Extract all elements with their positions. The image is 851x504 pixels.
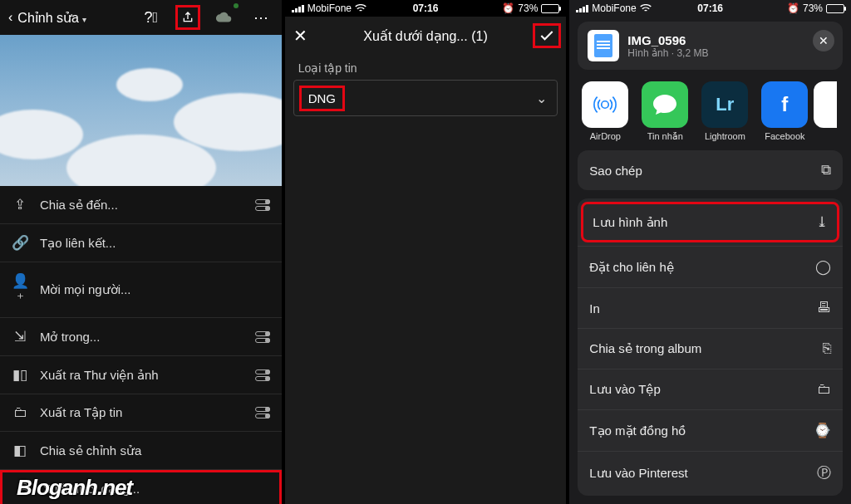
folder-icon: 🗀 xyxy=(12,404,28,421)
action-watch-face[interactable]: Tạo mặt đồng hồ⌚ xyxy=(578,409,843,451)
menu-export-files[interactable]: 🗀Xuất ra Tập tin xyxy=(0,394,282,432)
person-add-icon: 👤⁺ xyxy=(12,272,28,307)
share-icon[interactable] xyxy=(175,5,200,30)
airdrop-icon xyxy=(582,81,628,128)
menu-share-to[interactable]: ⇪Chia sẻ đến... xyxy=(0,186,282,224)
help-icon[interactable]: ?⃝ xyxy=(139,5,164,30)
share-app-row[interactable]: AirDrop Tin nhắn Lr Lightroom f Facebook xyxy=(569,78,851,150)
action-label: Lưu vào Pinterest xyxy=(589,466,687,481)
menu-item-label: Chia sẻ đến... xyxy=(40,198,118,213)
header-actions: ?⃝ ⋯ xyxy=(139,5,273,30)
action-assign-contact[interactable]: Đặt cho liên hệ◯ xyxy=(578,246,843,287)
status-time: 07:16 xyxy=(285,2,567,14)
app-label: Lightroom xyxy=(705,131,745,141)
menu-open-in[interactable]: ⇲Mở trong... xyxy=(0,318,282,356)
toggle-pair-icon xyxy=(255,331,270,343)
filetype-value: DNG xyxy=(299,86,345,111)
panel-export-as: MobiFone 07:16 ⏰73% ✕ Xuất dưới dạng... … xyxy=(285,0,567,504)
gallery-icon: ▮▯ xyxy=(12,366,28,384)
app-lightroom[interactable]: Lr Lightroom xyxy=(697,81,752,142)
svg-point-0 xyxy=(602,101,609,109)
toggle-pair-icon xyxy=(255,199,270,211)
file-thumb-icon xyxy=(588,30,619,61)
action-share-album[interactable]: Chia sẻ trong album⎘ xyxy=(578,328,843,369)
app-icon-partial xyxy=(814,81,837,128)
cloud-sync-icon[interactable] xyxy=(212,5,237,30)
pinterest-icon: Ⓟ xyxy=(817,463,831,482)
copy-icon: ⧉ xyxy=(821,162,831,179)
watch-icon: ⌚ xyxy=(814,422,831,439)
menu-export-as[interactable]: ⍇Xuất dưới dạng... xyxy=(0,470,282,504)
menu-item-label: Mở trong... xyxy=(40,330,100,345)
adjust-share-icon: ◧ xyxy=(12,442,28,459)
more-icon[interactable]: ⋯ xyxy=(248,5,273,30)
panel-lightroom-share: ‹ Chỉnh sửa ?⃝ ⋯ ⇪Chia sẻ đến... 🔗Tạo li… xyxy=(0,0,282,504)
download-icon: ⤓ xyxy=(816,213,828,231)
panel-ios-share-sheet: MobiFone 07:16 ⏰73% IMG_0596 Hình ảnh · … xyxy=(569,0,851,504)
album-icon: ⎘ xyxy=(823,340,831,357)
action-label: Sao chép xyxy=(589,164,642,178)
close-button[interactable]: ✕ xyxy=(813,30,834,51)
link-icon: 🔗 xyxy=(12,234,28,252)
export-as-icon: ⍇ xyxy=(14,481,31,497)
export-header: ✕ Xuất dưới dạng... (1) xyxy=(285,17,567,55)
action-group-main[interactable]: Lưu hình ảnh⤓Đặt cho liên hệ◯In🖶Chia sẻ … xyxy=(578,198,843,496)
toggle-pair-icon xyxy=(255,369,270,381)
print-icon: 🖶 xyxy=(817,300,831,316)
status-bar: MobiFone 07:16 ⏰73% xyxy=(285,0,567,17)
menu-share-edits[interactable]: ◧Chia sẻ chỉnh sửa xyxy=(0,432,282,470)
action-print[interactable]: In🖶 xyxy=(578,287,843,328)
lr-header: ‹ Chỉnh sửa ?⃝ ⋯ xyxy=(0,0,282,35)
action-pinterest[interactable]: Lưu vào PinterestⓅ xyxy=(578,451,843,494)
menu-item-label: Chia sẻ chỉnh sửa xyxy=(40,443,141,458)
menu-item-label: Xuất ra Tập tin xyxy=(40,405,122,420)
folder-icon: 🗀 xyxy=(817,381,831,398)
close-button[interactable]: ✕ xyxy=(293,26,307,46)
action-label: Đặt cho liên hệ xyxy=(589,260,673,275)
filetype-select[interactable]: DNG ⌄ xyxy=(293,80,558,116)
menu-item-label: Xuất ra Thư viện ảnh xyxy=(40,368,159,383)
chevron-down-icon: ⌄ xyxy=(536,91,547,106)
app-label: Tin nhắn xyxy=(647,131,683,142)
menu-item-label: Tạo liên kết... xyxy=(40,236,116,251)
menu-create-link[interactable]: 🔗Tạo liên kết... xyxy=(0,224,282,262)
open-in-icon: ⇲ xyxy=(12,328,28,345)
status-time: 07:16 xyxy=(569,2,851,14)
menu-export-gallery[interactable]: ▮▯Xuất ra Thư viện ảnh xyxy=(0,356,282,394)
action-label: In xyxy=(589,301,600,316)
action-save-files[interactable]: Lưu vào Tệp🗀 xyxy=(578,369,843,409)
app-messages[interactable]: Tin nhắn xyxy=(637,81,692,142)
filetype-label: Loại tập tin xyxy=(285,55,567,80)
action-label: Lưu vào Tệp xyxy=(589,382,660,397)
facebook-icon: f xyxy=(761,81,808,128)
app-facebook[interactable]: f Facebook xyxy=(757,81,812,142)
action-label: Tạo mặt đồng hồ xyxy=(589,423,686,438)
messages-icon xyxy=(642,81,688,128)
action-label: Lưu hình ảnh xyxy=(593,215,667,230)
file-name: IMG_0596 xyxy=(627,33,708,47)
back-label: Chỉnh sửa xyxy=(17,10,86,26)
app-label: Facebook xyxy=(765,131,804,141)
toggle-pair-icon xyxy=(255,407,270,418)
app-partial[interactable] xyxy=(817,81,834,142)
status-bar: MobiFone 07:16 ⏰73% xyxy=(569,0,851,17)
photo-preview[interactable] xyxy=(0,35,282,186)
back-button[interactable]: ‹ Chỉnh sửa xyxy=(8,10,86,26)
app-airdrop[interactable]: AirDrop xyxy=(578,81,632,142)
share-icon: ⇪ xyxy=(12,196,28,213)
file-card: IMG_0596 Hình ảnh · 3,2 MB ✕ xyxy=(578,22,843,70)
app-label: AirDrop xyxy=(590,131,621,141)
confirm-button[interactable] xyxy=(533,23,561,48)
lightroom-icon: Lr xyxy=(701,81,748,128)
menu-invite[interactable]: 👤⁺Mời mọi người... xyxy=(0,262,282,318)
menu-item-label: Mời mọi người... xyxy=(40,282,131,297)
battery-icon xyxy=(826,4,844,13)
file-meta: Hình ảnh · 3,2 MB xyxy=(627,47,708,59)
contact-icon: ◯ xyxy=(815,258,831,276)
action-label: Chia sẻ trong album xyxy=(589,341,701,356)
share-menu-list: ⇪Chia sẻ đến... 🔗Tạo liên kết... 👤⁺Mời m… xyxy=(0,186,282,504)
menu-item-label: Xuất dưới dạng... xyxy=(42,482,140,497)
export-title: Xuất dưới dạng... (1) xyxy=(363,28,487,44)
action-save-image[interactable]: Lưu hình ảnh⤓ xyxy=(581,202,839,242)
action-copy[interactable]: Sao chép ⧉ xyxy=(578,150,843,190)
